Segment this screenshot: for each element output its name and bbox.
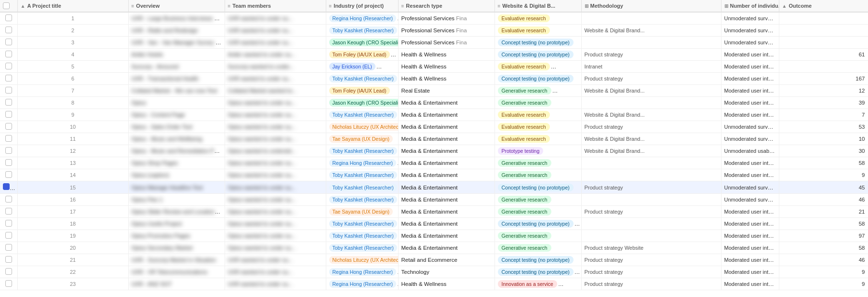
overview-text: Suncorp wanted to under... bbox=[228, 64, 294, 69]
project-title[interactable]: UXR - VR Telecommunications bbox=[128, 266, 225, 278]
number-value: 58 bbox=[859, 160, 865, 166]
project-title[interactable]: UXR - Large Business Interviews and HCD … bbox=[128, 12, 225, 25]
row-checkbox-cell[interactable] bbox=[0, 169, 17, 181]
row-checkbox-cell[interactable] bbox=[0, 266, 17, 278]
number-value: 97 bbox=[859, 233, 865, 239]
industry-text: Retail and Ecommerce bbox=[401, 257, 457, 263]
project-title[interactable]: Antler Hotels bbox=[128, 49, 225, 61]
team-member-tag: Nicholas Lituczy (UX Architect) bbox=[329, 123, 399, 131]
row-checkbox-cell[interactable] bbox=[0, 206, 17, 218]
row-checkbox[interactable] bbox=[5, 14, 12, 21]
row-checkbox-cell[interactable] bbox=[0, 133, 17, 145]
row-checkbox[interactable] bbox=[5, 232, 12, 239]
row-checkbox-cell[interactable] bbox=[0, 218, 17, 230]
col-header-team[interactable]: ≡ Team members bbox=[225, 0, 326, 12]
table-row: 23UXR - ANZ SGTUXR wanted to under su...… bbox=[0, 278, 868, 290]
row-checkbox[interactable] bbox=[5, 51, 12, 57]
row-checkbox-cell[interactable] bbox=[0, 109, 17, 121]
row-checkbox[interactable] bbox=[5, 63, 12, 69]
row-checkbox-cell[interactable]: ✎ bbox=[0, 181, 17, 194]
row-checkbox[interactable] bbox=[5, 111, 12, 118]
number-cell: 97 bbox=[779, 230, 868, 242]
industry-cell: Retail and Ecommerce bbox=[398, 254, 494, 266]
row-checkbox[interactable] bbox=[5, 171, 12, 178]
row-number: 13 bbox=[17, 157, 128, 169]
col-header-methodology[interactable]: ⊞ Methodology bbox=[581, 0, 721, 12]
overview-cell: Optus wanted to under su... bbox=[225, 133, 326, 145]
row-checkbox[interactable] bbox=[5, 280, 12, 287]
col-header-website[interactable]: ≡ Website & Digital B... bbox=[494, 0, 581, 12]
row-checkbox[interactable] bbox=[5, 99, 12, 106]
project-title[interactable]: Collated Market - We can now Test bbox=[128, 85, 225, 97]
project-title[interactable]: Optus bbox=[128, 97, 225, 109]
row-checkbox[interactable] bbox=[5, 147, 12, 154]
project-title[interactable]: Optus Slider Review and Location - Journ… bbox=[128, 206, 225, 218]
row-checkbox[interactable] bbox=[5, 256, 12, 263]
project-title[interactable]: Optus (caption) bbox=[128, 169, 225, 181]
row-checkbox[interactable] bbox=[5, 220, 12, 227]
row-checkbox-cell[interactable] bbox=[0, 12, 17, 25]
project-title[interactable]: Suncorp - Ainsured bbox=[128, 61, 225, 73]
row-number: 2 bbox=[17, 25, 128, 37]
row-checkbox-cell[interactable] bbox=[0, 85, 17, 97]
col-header-research[interactable]: ≡ Research type bbox=[398, 0, 494, 12]
project-title[interactable]: Optus Promotion Pages bbox=[128, 230, 225, 242]
row-checkbox[interactable] bbox=[5, 123, 12, 130]
project-title[interactable]: Optus - Content Page bbox=[128, 109, 225, 121]
row-checkbox[interactable] bbox=[3, 183, 10, 190]
row-checkbox-cell[interactable] bbox=[0, 37, 17, 49]
row-checkbox-cell[interactable] bbox=[0, 73, 17, 85]
project-title-text: Collated Market - We can now Test bbox=[132, 88, 217, 94]
col-header-check[interactable] bbox=[0, 0, 17, 12]
row-checkbox-cell[interactable] bbox=[0, 194, 17, 206]
row-checkbox-cell[interactable] bbox=[0, 49, 17, 61]
project-title[interactable]: Optus Flex 1 bbox=[128, 194, 225, 206]
project-title[interactable]: Optus - Music and Wellbeing bbox=[128, 133, 225, 145]
row-checkbox-cell[interactable] bbox=[0, 242, 17, 254]
project-title[interactable]: UXR - Transactional Health bbox=[128, 73, 225, 85]
research-type-cell: Evaluative research bbox=[494, 121, 581, 133]
row-checkbox-cell[interactable] bbox=[0, 230, 17, 242]
header-checkbox[interactable] bbox=[3, 2, 10, 9]
project-title[interactable]: Optus Uxello Project bbox=[128, 218, 225, 230]
row-checkbox-cell[interactable] bbox=[0, 121, 17, 133]
methodology-cell: Moderated user interviews Unmoderated su bbox=[721, 218, 779, 230]
project-title[interactable]: UXR - ANZ SGT bbox=[128, 278, 225, 290]
project-title[interactable]: UXR - Suncorp Market in Situation bbox=[128, 254, 225, 266]
overview-cell: Suncorp wanted to under... bbox=[225, 61, 326, 73]
row-checkbox[interactable] bbox=[5, 159, 12, 166]
row-checkbox[interactable] bbox=[5, 39, 12, 45]
row-checkbox[interactable] bbox=[5, 87, 12, 94]
row-checkbox[interactable] bbox=[5, 75, 12, 81]
project-title[interactable]: UXR - Van - Van Manager Survey 2019 (1%) bbox=[128, 37, 225, 49]
website-text: Website & Digital Brand... bbox=[585, 148, 645, 154]
row-checkbox-cell[interactable] bbox=[0, 145, 17, 157]
row-checkbox[interactable] bbox=[5, 268, 12, 275]
research-tag: Prototype testing bbox=[498, 147, 544, 155]
project-title[interactable]: Optus - Music and Remediation Pages bbox=[128, 145, 225, 157]
row-checkbox[interactable] bbox=[5, 244, 12, 251]
col-header-outcome[interactable]: ▲ Outcome bbox=[779, 0, 868, 12]
row-checkbox-cell[interactable] bbox=[0, 254, 17, 266]
row-checkbox[interactable] bbox=[5, 196, 12, 202]
row-checkbox-cell[interactable] bbox=[0, 25, 17, 37]
methodology-cell: Unmoderated surveys bbox=[721, 12, 779, 25]
project-title[interactable]: Optus Manage Headline Test bbox=[128, 181, 225, 194]
table-row: 1UXR - Large Business Interviews and HCD… bbox=[0, 12, 868, 25]
col-header-industry[interactable]: ≡ Industry (of project) bbox=[326, 0, 398, 12]
row-checkbox-cell[interactable] bbox=[0, 157, 17, 169]
row-checkbox-cell[interactable] bbox=[0, 278, 17, 290]
col-header-project[interactable]: ▲ A Project title bbox=[17, 0, 128, 12]
row-checkbox[interactable] bbox=[5, 27, 12, 33]
row-checkbox[interactable] bbox=[5, 135, 12, 142]
overview-cell: Optus wanted to under su... bbox=[225, 206, 326, 218]
row-checkbox-cell[interactable] bbox=[0, 97, 17, 109]
row-checkbox-cell[interactable] bbox=[0, 61, 17, 73]
row-checkbox[interactable] bbox=[5, 208, 12, 215]
project-title[interactable]: Optus Secondary Market bbox=[128, 242, 225, 254]
project-title[interactable]: Optus Shop Pages bbox=[128, 157, 225, 169]
col-header-overview[interactable]: ≡ Overview bbox=[128, 0, 225, 12]
project-title[interactable]: Optus - Sales Order Tool bbox=[128, 121, 225, 133]
col-header-number[interactable]: ⊞ Number of individu... bbox=[721, 0, 779, 12]
project-title[interactable]: UXR - Rialto and Redesign bbox=[128, 25, 225, 37]
